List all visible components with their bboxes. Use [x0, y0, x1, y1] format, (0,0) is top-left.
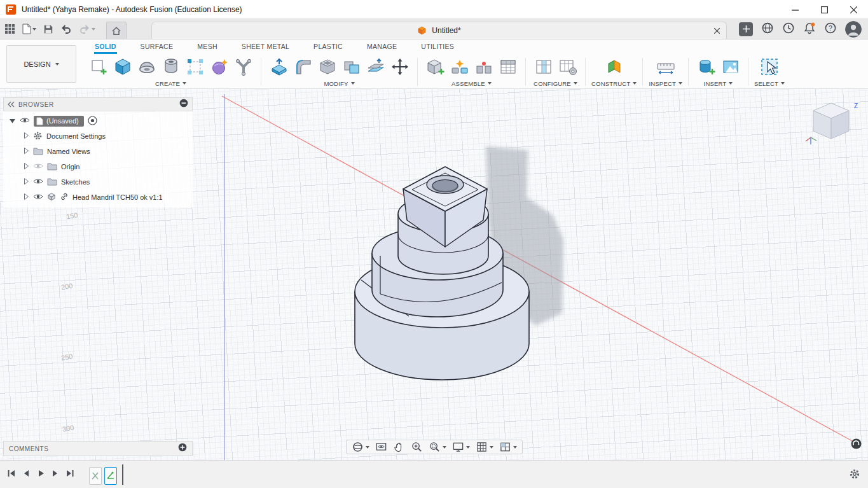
tab-close-icon[interactable]	[714, 27, 720, 36]
file-menu-button[interactable]	[22, 24, 36, 34]
orbit-button[interactable]	[352, 441, 369, 453]
combine-button[interactable]	[340, 55, 363, 79]
press-pull-button[interactable]	[267, 55, 291, 79]
expand-caret-icon[interactable]	[8, 116, 16, 125]
construct-group-label[interactable]: CONSTRUCT	[591, 79, 637, 88]
revolve-button[interactable]	[135, 55, 158, 79]
viewports-button[interactable]	[499, 441, 517, 453]
browser-item-origin[interactable]: Origin	[3, 159, 193, 174]
app-grid-icon[interactable]	[5, 24, 15, 34]
timeline-step-back-button[interactable]	[21, 468, 31, 481]
tab-solid[interactable]: SOLID	[94, 41, 117, 54]
hole-button[interactable]	[159, 55, 183, 79]
configuration-table-button[interactable]	[556, 55, 579, 79]
timeline-go-start-button[interactable]	[6, 468, 17, 481]
browser-panel: BROWSER (Unsaved) Document Settings	[3, 97, 193, 207]
view-cube[interactable]: Z	[803, 97, 862, 153]
create-group-label[interactable]: CREATE	[155, 79, 186, 88]
select-button[interactable]	[758, 55, 782, 79]
close-button[interactable]	[839, 0, 868, 19]
help-icon[interactable]: ?	[824, 22, 837, 37]
zoom-button[interactable]	[411, 441, 423, 453]
timeline-feature-sketch-suppressed[interactable]	[89, 467, 102, 485]
display-settings-button[interactable]	[452, 441, 470, 453]
undo-button[interactable]	[60, 24, 72, 34]
visibility-off-eye-icon[interactable]	[33, 162, 43, 171]
tab-manage[interactable]: MANAGE	[366, 41, 397, 54]
save-button[interactable]	[43, 24, 53, 34]
assistant-badge-icon[interactable]	[851, 438, 862, 452]
modify-group-label[interactable]: MODIFY	[324, 79, 354, 88]
bom-table-button[interactable]	[496, 55, 520, 79]
construct-plane-button[interactable]	[602, 55, 626, 79]
pattern-button[interactable]	[183, 55, 207, 79]
minimize-button[interactable]	[780, 0, 809, 19]
timeline-settings-gear-icon[interactable]	[849, 468, 860, 482]
job-status-icon[interactable]	[782, 22, 795, 37]
coil-button[interactable]	[207, 55, 231, 79]
user-avatar[interactable]	[845, 21, 862, 38]
tab-sheet-metal[interactable]: SHEET METAL	[241, 41, 290, 54]
canvas-viewport[interactable]: 150 200 250 300 Z BROWSER	[0, 89, 868, 460]
measure-button[interactable]	[654, 55, 677, 79]
pan-button[interactable]	[393, 441, 405, 453]
configure-group-label[interactable]: CONFIGURE	[534, 79, 577, 88]
pipe-button[interactable]	[231, 55, 255, 79]
browser-collapse-icon[interactable]	[8, 99, 15, 110]
tab-plastic[interactable]: PLASTIC	[313, 41, 343, 54]
workspace-selector[interactable]: DESIGN	[6, 45, 76, 83]
timeline-play-button[interactable]	[36, 468, 46, 481]
visibility-eye-icon[interactable]	[20, 116, 30, 125]
browser-item-sketches[interactable]: Sketches	[3, 174, 193, 190]
tab-surface[interactable]: SURFACE	[140, 41, 174, 54]
select-group-label[interactable]: SELECT	[754, 79, 785, 88]
timeline-step-forward-button[interactable]	[50, 468, 60, 481]
assemble-group-label[interactable]: ASSEMBLE	[451, 79, 492, 88]
move-copy-button[interactable]	[388, 55, 411, 79]
inspect-group-label[interactable]: INSPECT	[649, 79, 682, 88]
tab-mesh[interactable]: MESH	[196, 41, 218, 54]
insert-derive-button[interactable]	[694, 55, 718, 79]
browser-item-named-views[interactable]: Named Views	[3, 144, 193, 159]
insert-canvas-button[interactable]	[719, 55, 742, 79]
browser-item-unsaved[interactable]: (Unsaved)	[3, 113, 193, 129]
collapsed-caret-icon[interactable]	[24, 178, 29, 186]
offset-face-button[interactable]	[364, 55, 387, 79]
collapsed-caret-icon[interactable]	[24, 147, 29, 156]
collapsed-caret-icon[interactable]	[24, 162, 29, 171]
visibility-eye-icon[interactable]	[33, 178, 43, 186]
configure-button[interactable]	[532, 55, 555, 79]
activate-radio-icon[interactable]	[88, 116, 97, 127]
as-built-joint-button[interactable]	[472, 55, 495, 79]
create-sketch-button[interactable]	[86, 55, 110, 79]
comments-expand-icon[interactable]	[178, 443, 187, 454]
new-component-button[interactable]	[424, 55, 447, 79]
shell-button[interactable]	[315, 55, 339, 79]
visibility-eye-icon[interactable]	[33, 193, 43, 202]
tab-utilities[interactable]: UTILITIES	[420, 41, 455, 54]
timeline-go-end-button[interactable]	[65, 468, 75, 481]
browser-minimize-icon[interactable]	[179, 99, 188, 110]
redo-button[interactable]	[79, 24, 95, 34]
browser-item-document-settings[interactable]: Document Settings	[3, 129, 193, 144]
fit-button[interactable]	[429, 441, 446, 453]
timeline-playhead[interactable]	[122, 464, 123, 485]
comments-bar[interactable]: COMMENTS	[3, 441, 193, 456]
extensions-icon[interactable]	[761, 22, 774, 37]
fillet-button[interactable]	[291, 55, 315, 79]
collapsed-caret-icon[interactable]	[24, 193, 29, 202]
collapsed-caret-icon[interactable]	[24, 132, 29, 141]
notifications-bell-icon[interactable]	[803, 22, 816, 37]
look-at-button[interactable]	[375, 441, 387, 453]
maximize-button[interactable]	[809, 0, 839, 19]
grid-snaps-button[interactable]	[476, 441, 493, 453]
root-document-pill[interactable]: (Unsaved)	[34, 116, 84, 127]
new-tab-button[interactable]	[739, 22, 753, 36]
home-view-button[interactable]	[106, 22, 127, 39]
joint-button[interactable]	[448, 55, 471, 79]
extrude-button[interactable]	[111, 55, 134, 79]
browser-item-head-mandril[interactable]: Head Mandril TCH50 ok v1:1	[3, 190, 193, 205]
timeline-feature-sketch-active[interactable]	[104, 467, 117, 485]
document-tab[interactable]: Untitled*	[151, 22, 727, 39]
insert-group-label[interactable]: INSERT	[704, 79, 733, 88]
